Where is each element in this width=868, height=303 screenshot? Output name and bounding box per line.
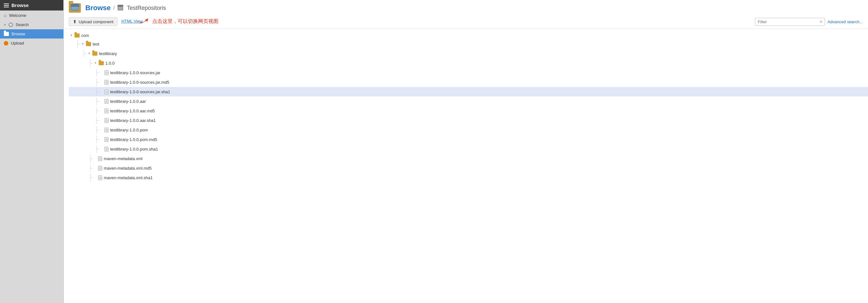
- tree-item-label: com: [81, 33, 89, 38]
- sidebar-item-welcome[interactable]: ⌂ Welcome: [0, 10, 63, 20]
- advanced-search-button[interactable]: Advanced search...: [828, 20, 863, 24]
- tree-row[interactable]: maven-metadata.xml.md5: [69, 163, 868, 173]
- breadcrumb-title: Browse: [85, 4, 111, 12]
- upload-arrow-icon: ⬆: [73, 19, 77, 24]
- tree-item-label: maven-metadata.xml.md5: [104, 166, 152, 171]
- sidebar-item-browse[interactable]: Browse: [0, 29, 63, 38]
- tree-item-label: testlibrary-1.0.0-sources.jar.md5: [110, 80, 169, 85]
- toolbar-row: ⬆ Upload component HTML View 点击这里，可以切换网页…: [69, 15, 863, 29]
- tree-expander-icon[interactable]: ▼: [87, 51, 92, 56]
- tree-row[interactable]: ▼test: [69, 39, 868, 49]
- file-icon: [98, 166, 102, 171]
- tree-row[interactable]: testlibrary-1.0.0.aar.sha1: [69, 115, 868, 125]
- folder-icon: [86, 42, 91, 46]
- tree-item-label: testlibrary-1.0.0.pom.sha1: [110, 147, 158, 152]
- sidebar-item-search[interactable]: + Search: [0, 20, 63, 29]
- tree-row[interactable]: testlibrary-1.0.0.pom.md5: [69, 135, 868, 144]
- annotation-text: 点击这里，可以切换网页视图: [152, 18, 218, 25]
- tree-connector: [94, 97, 99, 105]
- folder-icon: [74, 33, 80, 38]
- main-content: Browse / TestRepositoris ⬆ Upload compon…: [64, 0, 868, 303]
- sidebar-item-label: Search: [16, 22, 29, 27]
- tree-connector: [94, 126, 99, 134]
- folder-icon: [99, 61, 104, 65]
- file-tree: ▼com▼test▼testlibrary▼1.0.0testlibrary-1…: [64, 32, 868, 182]
- main-header: Browse / TestRepositoris ⬆ Upload compon…: [64, 0, 868, 29]
- sidebar: Browse ⌂ Welcome + Search Browse Upload: [0, 0, 64, 303]
- tree-row[interactable]: testlibrary-1.0.0.aar.md5: [69, 106, 868, 115]
- tree-item-label: testlibrary-1.0.0.aar.sha1: [110, 118, 156, 123]
- tree-connector: [94, 78, 99, 86]
- plus-icon: +: [4, 23, 6, 27]
- menu-icon: [4, 3, 9, 7]
- tree-item-label: test: [93, 42, 99, 46]
- file-icon: [104, 128, 108, 132]
- breadcrumb-repo-name: TestRepositoris: [127, 5, 166, 11]
- breadcrumb-separator: /: [113, 5, 115, 11]
- tree-expander-icon[interactable]: ▼: [93, 61, 98, 66]
- filter-input-wrapper: ✕: [755, 18, 825, 26]
- annotation-arrow-icon: [137, 15, 156, 25]
- folder-icon: [92, 52, 97, 56]
- tree-row[interactable]: testlibrary-1.0.0.aar: [69, 96, 868, 106]
- tree-row[interactable]: ▼testlibrary: [69, 49, 868, 58]
- breadcrumb: Browse / TestRepositoris: [69, 3, 863, 13]
- sidebar-item-upload[interactable]: Upload: [0, 38, 63, 48]
- tree-row[interactable]: testlibrary-1.0.0-sources.jar.sha1: [69, 87, 868, 96]
- tree-connector: [75, 40, 80, 48]
- filter-input[interactable]: [755, 18, 825, 26]
- tree-row[interactable]: maven-metadata.xml.sha1: [69, 173, 868, 182]
- sidebar-header-title: Browse: [11, 3, 29, 8]
- file-icon: [104, 118, 108, 123]
- browse-large-icon: [69, 3, 81, 13]
- tree-connector: [88, 155, 93, 162]
- filter-clear-icon[interactable]: ✕: [819, 19, 823, 24]
- tree-item-label: testlibrary: [99, 51, 117, 56]
- file-icon: [104, 137, 108, 142]
- file-icon: [104, 108, 108, 113]
- tree-connector: [94, 69, 99, 76]
- upload-icon: [4, 41, 8, 45]
- sidebar-item-label: Browse: [11, 32, 25, 36]
- tree-row[interactable]: testlibrary-1.0.0-sources.jar: [69, 68, 868, 77]
- browse-icon: [4, 32, 9, 36]
- tree-item-label: testlibrary-1.0.0-sources.jar: [110, 70, 160, 75]
- tree-expander-icon[interactable]: ▼: [80, 41, 85, 46]
- html-view-wrapper: HTML View 点击这里，可以切换网页视图: [121, 19, 218, 25]
- home-icon: ⌂: [4, 13, 6, 18]
- file-icon: [104, 99, 108, 104]
- tree-item-label: testlibrary-1.0.0.pom: [110, 128, 148, 132]
- sidebar-item-label: Welcome: [9, 13, 26, 18]
- tree-connector: [94, 88, 99, 96]
- tree-item-label: testlibrary-1.0.0-sources.jar.sha1: [110, 90, 170, 94]
- tree-item-label: maven-metadata.xml: [104, 156, 142, 161]
- tree-row[interactable]: maven-metadata.xml: [69, 154, 868, 163]
- tree-row[interactable]: ▼com: [69, 32, 868, 39]
- search-icon: [9, 23, 13, 27]
- tree-item-label: testlibrary-1.0.0.pom.md5: [110, 137, 157, 142]
- tree-item-label: 1.0.0: [105, 61, 115, 66]
- tree-item-label: maven-metadata.xml.sha1: [104, 175, 153, 180]
- tree-connector: [94, 145, 99, 153]
- tree-connector: [88, 59, 93, 67]
- repo-icon: [118, 5, 123, 11]
- tree-item-label: testlibrary-1.0.0.aar.md5: [110, 108, 155, 113]
- file-icon: [98, 156, 102, 161]
- tree-connector: [94, 116, 99, 124]
- tree-expander-icon[interactable]: ▼: [69, 33, 74, 38]
- tree-connector: [82, 49, 87, 57]
- tree-row[interactable]: testlibrary-1.0.0.pom: [69, 125, 868, 135]
- content-area: ▼com▼test▼testlibrary▼1.0.0testlibrary-1…: [64, 29, 868, 303]
- tree-connector: [94, 107, 99, 114]
- file-icon: [104, 80, 108, 85]
- file-icon: [104, 90, 108, 94]
- sidebar-header: Browse: [0, 0, 63, 10]
- file-icon: [104, 147, 108, 152]
- tree-row[interactable]: testlibrary-1.0.0.pom.sha1: [69, 144, 868, 154]
- upload-button-label: Upload component: [79, 20, 113, 24]
- tree-connector: [94, 136, 99, 143]
- tree-row[interactable]: ▼1.0.0: [69, 58, 868, 68]
- upload-component-button[interactable]: ⬆ Upload component: [69, 17, 118, 26]
- tree-row[interactable]: testlibrary-1.0.0-sources.jar.md5: [69, 77, 868, 87]
- tree-connector: [88, 174, 93, 181]
